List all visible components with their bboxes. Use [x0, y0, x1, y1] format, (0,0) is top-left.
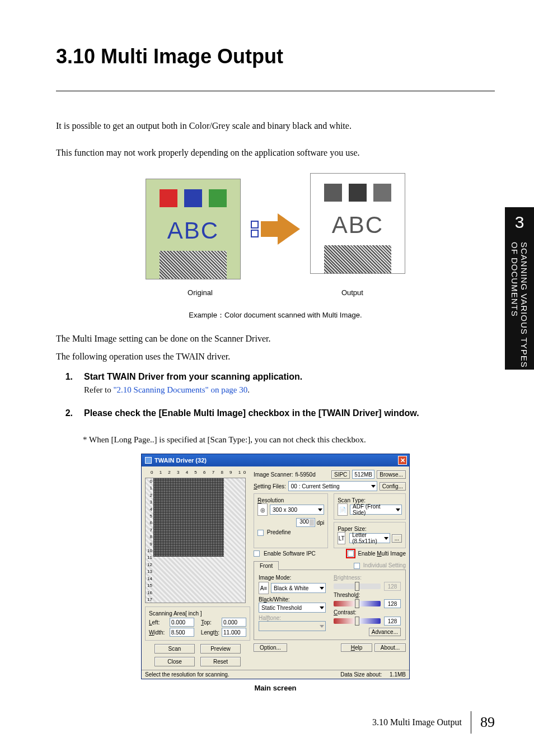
step-1-num: 1. — [56, 372, 73, 395]
bw-dropdown[interactable]: Static Threshold — [259, 603, 326, 613]
status-datasize-label: Data Size about: — [340, 671, 382, 678]
hatch-area-grey — [324, 245, 391, 273]
image-mode-dropdown[interactable]: Black & White — [271, 583, 326, 593]
close-icon[interactable]: ✕ — [398, 456, 407, 465]
predefine-label: Predefine — [267, 529, 291, 535]
papersize-dropdown[interactable]: Letter (8.5x11in) — [349, 533, 390, 543]
halftone-dropdown — [259, 621, 326, 631]
option-button[interactable]: Option... — [254, 643, 287, 652]
dpi-unit: dpi — [317, 520, 324, 526]
para-driver: The Multi Image setting can be done on t… — [56, 334, 495, 344]
label-left: Left: — [149, 619, 167, 626]
hatch-area — [160, 251, 227, 279]
step-1-sub: Refer to "2.10 Scanning Documents" on pa… — [84, 385, 495, 395]
intro-line-1: It is possible to get an output both in … — [56, 119, 495, 133]
label-bw: Black/White: — [259, 596, 326, 603]
caption-original: Original — [188, 288, 213, 297]
contrast-slider[interactable] — [334, 618, 381, 624]
memory-value: 512MB — [352, 470, 374, 479]
browse-button[interactable]: Browse... — [377, 470, 406, 479]
papersize-group: Paper Size: LT Letter (8.5x11in) ... — [334, 522, 406, 548]
contrast-value[interactable]: 128 — [384, 617, 401, 626]
status-datasize-value: 1.1MB — [390, 671, 406, 678]
step-1-title: Start TWAIN Driver from your scanning ap… — [84, 372, 495, 382]
label-setting-files: Setting Files: — [254, 483, 286, 489]
input-top[interactable] — [222, 618, 246, 627]
config-button[interactable]: Config... — [380, 482, 406, 491]
brightness-slider — [334, 584, 381, 589]
enable-soft-ipc-label: Enable Software IPC — [264, 550, 316, 557]
ruler-vertical: 01234567891011121314151617 — [146, 478, 153, 603]
resolution-group: Resolution ◎ 300 x 300 300 dpi Predefine — [254, 493, 328, 548]
page-heading: 3.10 Multi Image Output — [56, 45, 495, 68]
input-width[interactable] — [170, 628, 194, 637]
threshold-value[interactable]: 128 — [384, 599, 401, 608]
output-docs: ABC ABC — [310, 173, 405, 285]
resolution-dropdown[interactable]: 300 x 300 — [270, 505, 324, 515]
dialog-titlebar: TWAIN Driver (32) ✕ — [142, 454, 409, 466]
enable-multi-image-label: Enable Multi Image — [358, 550, 406, 557]
abc-text: ABC — [167, 217, 219, 244]
reset-button[interactable]: Reset — [200, 657, 241, 666]
page-footer: 3.10 Multi Image Output 89 — [372, 711, 495, 734]
step-2-title: Please check the [Enable Multi Image] ch… — [84, 408, 495, 418]
label-image-mode: Image Mode: — [259, 575, 326, 581]
resolution-icon: ◎ — [257, 503, 268, 516]
help-button[interactable]: Help — [341, 643, 372, 652]
explain-diagram: ABC ABC ABC — [56, 173, 495, 285]
chapter-number: 3 — [515, 213, 524, 232]
status-bar: Select the resolution for scanning. Data… — [142, 670, 409, 679]
para-twain: The following operation uses the TWAIN d… — [56, 352, 495, 362]
advance-button[interactable]: Advance... — [369, 628, 401, 636]
enable-soft-ipc-checkbox[interactable] — [254, 550, 260, 557]
abc-grey: ABC — [332, 212, 383, 239]
brightness-value: 128 — [384, 582, 401, 591]
input-length[interactable] — [222, 628, 246, 637]
step-2-num: 2. — [56, 408, 73, 422]
scantype-group: Scan Type: 📄 ADF (Front Side) — [334, 493, 406, 520]
close-button[interactable]: Close — [154, 657, 195, 666]
step-2-note: * When [Long Page..] is specified at [Sc… — [83, 435, 495, 445]
original-doc: ABC — [146, 179, 241, 279]
preview-area[interactable]: 01234567891011121314151617 — [145, 478, 246, 603]
predefine-checkbox[interactable] — [257, 530, 264, 536]
input-left[interactable] — [170, 618, 194, 627]
dialog-title: TWAIN Driver (32) — [154, 457, 207, 464]
individual-setting-checkbox — [354, 563, 360, 569]
app-icon — [145, 457, 152, 464]
link-scanning-documents[interactable]: "2.10 Scanning Documents" on page 30 — [113, 385, 247, 394]
preview-button[interactable]: Preview — [200, 644, 241, 654]
threshold-slider[interactable] — [334, 601, 381, 606]
footer-section: 3.10 Multi Image Output — [372, 717, 462, 727]
label-image-scanner: Image Scanner: — [254, 472, 293, 478]
dpi-spinner[interactable]: 300 — [296, 518, 315, 527]
arrow-icon — [251, 213, 300, 245]
caption-output: Output — [341, 288, 363, 297]
label-top: Top: — [201, 619, 219, 626]
scanning-area-group: Scanning Area[ inch ] Left: Top: Width: … — [145, 606, 250, 641]
status-text: Select the resolution for scanning. — [145, 671, 229, 678]
screenshot-caption: Main screen — [56, 684, 495, 692]
tab-front[interactable]: Front — [254, 561, 279, 570]
label-contrast: Contrast: — [334, 609, 401, 615]
selection-rect[interactable] — [153, 478, 224, 557]
individual-setting-label: Individual Setting — [363, 562, 406, 568]
scantype-icon: 📄 — [338, 503, 348, 516]
example-caption: Example：Color document scanned with Mult… — [56, 310, 495, 320]
footer-page-number: 89 — [480, 714, 495, 731]
papersize-more-button[interactable]: ... — [392, 534, 402, 543]
scan-button[interactable]: Scan — [154, 644, 195, 654]
papersize-icon: LT — [338, 532, 345, 544]
scantype-dropdown[interactable]: ADF (Front Side) — [350, 505, 402, 515]
enable-multi-image-checkbox[interactable] — [348, 550, 354, 557]
twain-dialog: TWAIN Driver (32) ✕ 0 1 2 3 4 5 6 7 8 9 … — [141, 454, 410, 679]
label-threshold: Threshold: — [334, 592, 401, 598]
setting-files-dropdown[interactable]: 00 : Current Setting — [288, 481, 377, 491]
label-halftone: Halftone: — [259, 615, 326, 621]
divider — [56, 91, 495, 91]
sipc-button[interactable]: SIPC — [331, 470, 350, 479]
label-length: Length: — [201, 629, 219, 636]
about-button[interactable]: About... — [374, 643, 406, 652]
ruler-horizontal: 0 1 2 3 4 5 6 7 8 9 10 11 — [145, 470, 250, 478]
image-mode-icon: A≡ — [259, 582, 269, 594]
